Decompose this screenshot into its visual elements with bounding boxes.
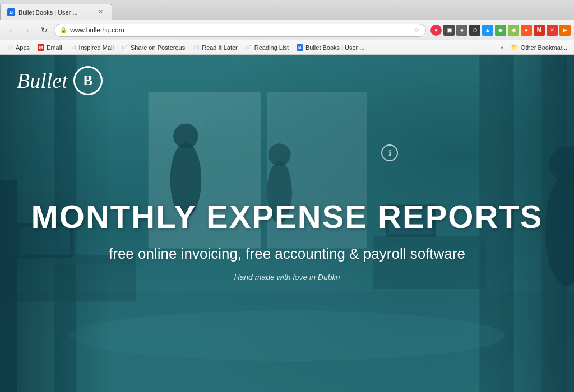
logo: Bullet B [17, 66, 103, 95]
other-bookmarks[interactable]: 📁 Other Bookmar... [507, 43, 571, 52]
bookmark-inspired-mail-label: Inspired Mail [79, 44, 114, 51]
ext-icon-1[interactable]: ● [430, 25, 442, 36]
ext-icon-11[interactable]: ▶ [559, 25, 571, 36]
logo-text: Bullet [17, 68, 68, 93]
ext-icon-2[interactable]: ▣ [443, 25, 455, 36]
ext-icon-4[interactable]: ⬡ [469, 25, 480, 36]
lock-icon: 🔒 [60, 27, 67, 33]
url-text: www.bullethq.com [70, 26, 410, 34]
hero-tagline: Hand made with love in Dublin [31, 273, 543, 282]
tab-title: Bullet Books | User ... [18, 9, 78, 16]
tab-bar: B Bullet Books | User ... ✕ [0, 0, 574, 20]
tab-close-button[interactable]: ✕ [96, 8, 105, 17]
bookmark-read-it-later[interactable]: 📄 Read It Later [189, 43, 241, 52]
bookmark-share-posterous[interactable]: 📄 Share on Posterous [118, 43, 188, 52]
bookmark-read-later-label: Read It Later [202, 44, 238, 51]
ext-icon-6[interactable]: ◆ [495, 25, 506, 36]
ext-icon-5[interactable]: ▲ [482, 25, 493, 36]
ext-icon-7[interactable]: ◉ [508, 25, 519, 36]
bookmark-email[interactable]: M Email [34, 43, 66, 52]
bookmark-apps[interactable]: ⬡ Apps [3, 43, 33, 52]
ext-icon-3[interactable]: ◈ [456, 25, 467, 36]
bullet-books-favicon: B [297, 44, 303, 51]
bookmark-inspired-mail[interactable]: 📄 Inspired Mail [67, 43, 117, 52]
hero-title: MONTHLY EXPENSE REPORTS [31, 199, 543, 235]
bookmarks-bar: ⬡ Apps M Email 📄 Inspired Mail 📄 Share o… [0, 40, 574, 55]
read-later-favicon: 📄 [193, 44, 200, 51]
browser-frame: B Bullet Books | User ... ✕ ‹ › ↻ 🔒 www.… [0, 0, 574, 392]
bookmark-share-label: Share on Posterous [131, 44, 185, 51]
ext-icon-9[interactable]: M [534, 25, 545, 36]
hero-subtitle: free online invoicing, free accounting &… [31, 245, 543, 263]
logo-circle: B [73, 66, 103, 95]
reading-list-favicon: 📄 [246, 44, 252, 51]
ext-icon-8[interactable]: ● [521, 25, 532, 36]
other-bookmarks-label: Other Bookmar... [521, 44, 567, 51]
more-bookmarks-button[interactable]: » [498, 43, 506, 52]
bookmark-apps-label: Apps [16, 44, 30, 51]
forward-button[interactable]: › [20, 23, 35, 38]
bookmark-bullet-books[interactable]: B Bullet Books | User ... [293, 43, 368, 52]
tab-favicon: B [7, 8, 15, 16]
info-icon[interactable]: ℹ [381, 144, 398, 161]
navigation-bar: ‹ › ↻ 🔒 www.bullethq.com ☆ ● ▣ ◈ ⬡ ▲ [0, 20, 574, 40]
email-favicon: M [38, 44, 44, 51]
inspired-mail-favicon: 📄 [70, 44, 77, 51]
share-favicon: 📄 [122, 44, 128, 51]
bookmark-reading-list-label: Reading List [254, 44, 289, 51]
hero-content: MONTHLY EXPENSE REPORTS free online invo… [31, 199, 543, 282]
refresh-button[interactable]: ↻ [37, 23, 52, 38]
bookmark-reading-list[interactable]: 📄 Reading List [242, 43, 292, 52]
page-content: Bullet B ℹ MONTHLY EXPENSE REPORTS free … [0, 55, 574, 392]
bookmark-star-icon[interactable]: ☆ [413, 26, 420, 34]
address-bar[interactable]: 🔒 www.bullethq.com ☆ [54, 24, 426, 37]
back-button[interactable]: ‹ [3, 23, 18, 38]
apps-favicon: ⬡ [7, 44, 13, 51]
hero-section: Bullet B ℹ MONTHLY EXPENSE REPORTS free … [0, 55, 574, 392]
active-tab[interactable]: B Bullet Books | User ... ✕ [0, 4, 112, 20]
extension-icons: ● ▣ ◈ ⬡ ▲ ◆ ◉ ● M [430, 25, 571, 36]
bookmark-email-label: Email [47, 44, 62, 51]
folder-icon: 📁 [511, 44, 519, 51]
bookmark-bullet-label: Bullet Books | User ... [305, 44, 365, 51]
ext-icon-10[interactable]: ✕ [547, 25, 558, 36]
